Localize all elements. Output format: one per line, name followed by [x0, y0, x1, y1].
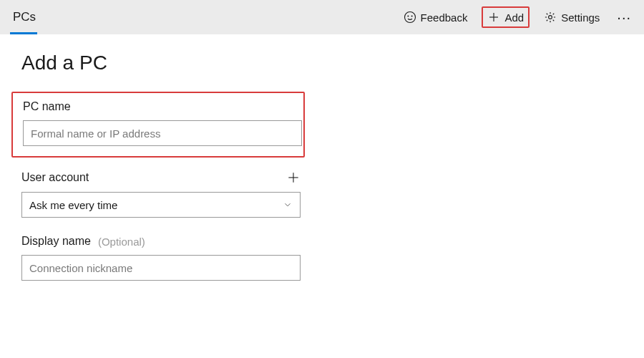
plus-icon	[487, 11, 500, 24]
feedback-label: Feedback	[421, 11, 468, 24]
user-account-value: Ask me every time	[29, 199, 117, 211]
pc-name-input[interactable]	[23, 120, 302, 146]
header-actions: Feedback Add Settings ···	[399, 6, 634, 28]
display-name-label: Display name	[21, 235, 91, 248]
smiley-icon	[404, 11, 416, 24]
tab-pcs[interactable]: PCs	[10, 0, 39, 34]
page-title: Add a PC	[21, 52, 623, 74]
user-account-select[interactable]: Ask me every time	[21, 192, 301, 218]
add-label: Add	[504, 11, 524, 24]
page-content: Add a PC PC name User account Ask me eve…	[0, 34, 644, 315]
svg-point-1	[407, 16, 408, 16]
display-name-input[interactable]	[21, 255, 301, 281]
svg-point-0	[404, 12, 415, 23]
svg-point-5	[549, 16, 552, 19]
user-account-group: User account Ask me every time	[21, 170, 315, 218]
feedback-button[interactable]: Feedback	[399, 8, 472, 26]
add-user-account-button[interactable]	[286, 170, 301, 185]
display-name-group: Display name (Optional)	[21, 235, 315, 281]
settings-button[interactable]: Settings	[540, 8, 604, 26]
chevron-down-icon	[283, 200, 293, 210]
display-name-optional: (Optional)	[98, 236, 145, 248]
header-tabs: PCs	[10, 0, 39, 34]
tab-pcs-label: PCs	[13, 10, 36, 24]
svg-point-2	[411, 16, 412, 16]
app-header: PCs Feedback Add	[0, 0, 644, 34]
user-account-label: User account	[21, 171, 89, 184]
display-name-label-row: Display name (Optional)	[21, 235, 315, 248]
settings-label: Settings	[561, 11, 600, 24]
add-button[interactable]: Add	[482, 6, 530, 28]
pc-name-label: PC name	[23, 100, 293, 113]
more-icon: ···	[617, 9, 631, 26]
gear-icon	[544, 11, 557, 24]
more-button[interactable]: ···	[614, 9, 634, 26]
pc-name-group: PC name	[11, 92, 305, 158]
